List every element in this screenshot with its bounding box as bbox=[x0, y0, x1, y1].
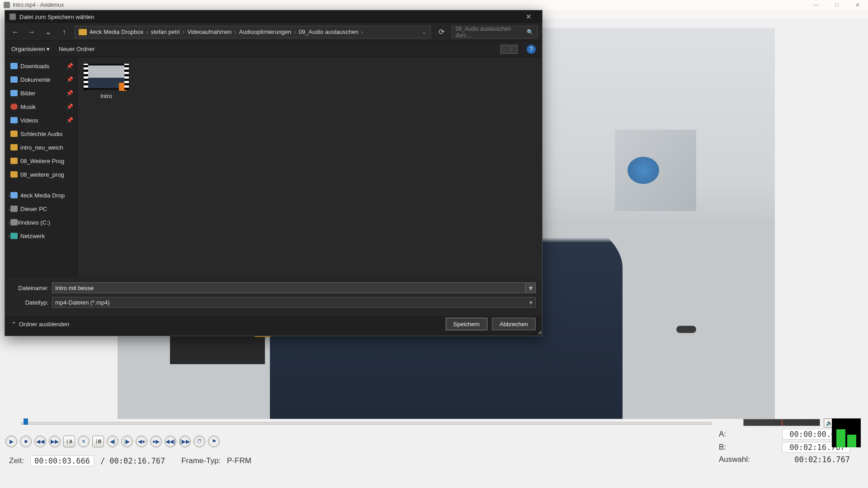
file-area[interactable]: Intro bbox=[77, 57, 542, 278]
sidebar-item[interactable]: intro_neu_weich bbox=[5, 141, 77, 154]
sidebar-item-label: intro_neu_weich bbox=[20, 144, 63, 151]
app-icon bbox=[4, 2, 10, 8]
back-button[interactable]: ← bbox=[9, 26, 21, 38]
filename-dropdown[interactable]: ▾ bbox=[526, 282, 536, 293]
view-mode-button[interactable] bbox=[500, 45, 510, 54]
breadcrumb-seg[interactable]: Audiooptimierungen bbox=[239, 28, 296, 35]
sidebar-item-label: 08_weitere_prog bbox=[20, 171, 64, 178]
breadcrumb[interactable]: 4eck Media Dropbox stefan petri Videoauf… bbox=[75, 26, 431, 38]
hide-folders-toggle[interactable]: ⌃ Ordner ausblenden bbox=[11, 321, 69, 328]
go-marker-button[interactable]: ⚑ bbox=[208, 436, 220, 447]
chevron-up-icon: ⌃ bbox=[11, 321, 16, 328]
sidebar-item[interactable]: 08_Weitere Prog bbox=[5, 154, 77, 168]
prev-frame-button[interactable]: ◀◀ bbox=[34, 436, 46, 447]
search-placeholder: 09_Audio austauschen durc… bbox=[456, 26, 527, 38]
mark-a-button[interactable]: ┤A bbox=[63, 436, 75, 447]
next-key-button[interactable]: |▶ bbox=[121, 436, 133, 447]
sidebar-item-label: Dokumente bbox=[20, 76, 50, 83]
dialog-sidebar: Downloads📌Dokumente📌Bilder📌Musik📌Videos📌… bbox=[5, 57, 77, 278]
folder-icon bbox=[79, 29, 87, 35]
sidebar-item-label: Videos bbox=[20, 117, 38, 124]
breadcrumb-seg[interactable]: stefan petri bbox=[151, 28, 185, 35]
sidebar-item-label: Netzwerk bbox=[20, 233, 45, 239]
filename-input[interactable] bbox=[52, 282, 526, 293]
file-name: Intro bbox=[84, 93, 129, 99]
sidebar-item[interactable]: Schlechte Audio bbox=[5, 127, 77, 141]
folder-icon bbox=[10, 131, 18, 137]
drive-icon bbox=[10, 192, 18, 198]
delete-button[interactable]: ✕ bbox=[78, 436, 90, 447]
sidebar-tree-item[interactable]: ⌄Dieser PC bbox=[5, 202, 77, 216]
sidebar-item[interactable]: Dokumente📌 bbox=[5, 73, 77, 86]
recent-button[interactable]: ⌄ bbox=[42, 26, 54, 38]
forward-button[interactable]: → bbox=[26, 26, 38, 38]
breadcrumb-dropdown-icon[interactable]: ⌄ bbox=[422, 28, 427, 35]
breadcrumb-seg[interactable]: 4eck Media Dropbox bbox=[90, 28, 148, 35]
timeline-playhead[interactable] bbox=[24, 418, 28, 425]
prev-cut-button[interactable]: ◀● bbox=[136, 436, 147, 447]
pin-icon: 📌 bbox=[66, 63, 73, 69]
play-button[interactable]: ▶ bbox=[5, 436, 17, 447]
folder-icon bbox=[10, 90, 18, 96]
up-button[interactable]: ↑ bbox=[58, 26, 70, 38]
timeline-track[interactable] bbox=[21, 422, 712, 425]
new-folder-button[interactable]: Neuer Ordner bbox=[59, 46, 94, 52]
sidebar-item[interactable]: Bilder📌 bbox=[5, 86, 77, 100]
file-item[interactable]: Intro bbox=[84, 64, 129, 99]
resize-grip[interactable]: ◢ bbox=[538, 329, 541, 335]
dialog-title: Datei zum Speichern wählen bbox=[19, 14, 94, 20]
prev-black-button[interactable]: ◀◀| bbox=[165, 436, 176, 447]
organize-button[interactable]: Organisieren ▾ bbox=[11, 46, 50, 52]
maximize-button[interactable]: □ bbox=[826, 0, 847, 10]
close-button[interactable]: ✕ bbox=[847, 0, 868, 10]
search-input[interactable]: 09_Audio austauschen durc… 🔍 bbox=[452, 26, 538, 38]
timeline-row: 🔈 bbox=[7, 420, 861, 429]
filetype-select[interactable]: mp4-Dateien (*.mp4) bbox=[52, 297, 536, 308]
refresh-button[interactable]: ⟳ bbox=[435, 26, 447, 38]
save-button[interactable]: Speichern bbox=[446, 318, 488, 330]
breadcrumb-seg[interactable]: Videoaufnahmen bbox=[187, 28, 236, 35]
sidebar-item-label: Windows (C:) bbox=[15, 219, 50, 226]
sidebar-tree-item[interactable]: ›Netzwerk bbox=[5, 229, 77, 243]
prev-key-button[interactable]: ◀| bbox=[107, 436, 118, 447]
b-label: B: bbox=[719, 443, 726, 452]
folder-icon bbox=[10, 76, 18, 83]
vu-meter bbox=[743, 419, 820, 426]
folder-icon bbox=[10, 144, 18, 150]
dialog-fields: Dateiname: ▾ Dateityp: mp4-Dateien (*.mp… bbox=[5, 278, 542, 316]
time-value[interactable]: 00:00:03.666 bbox=[30, 455, 94, 466]
next-black-button[interactable]: |▶▶ bbox=[179, 436, 191, 447]
folder-icon bbox=[10, 103, 18, 110]
mark-b-button[interactable]: ├B bbox=[92, 436, 104, 447]
minimize-button[interactable]: — bbox=[806, 0, 826, 10]
next-cut-button[interactable]: ●▶ bbox=[150, 436, 162, 447]
time-label: Zeit: bbox=[9, 456, 24, 465]
search-icon: 🔍 bbox=[527, 29, 533, 35]
filename-label: Dateiname: bbox=[11, 285, 52, 291]
sidebar-item-label: Schlechte Audio bbox=[20, 131, 62, 137]
stop-button[interactable]: ■ bbox=[20, 436, 32, 447]
main-titlebar: Intro.mp4 - Avidemux — □ ✕ bbox=[0, 0, 868, 10]
sidebar-item[interactable]: Downloads📌 bbox=[5, 59, 77, 73]
dialog-close-button[interactable]: ✕ bbox=[519, 13, 538, 21]
sidebar-tree-item[interactable]: ›4eck Media Drop bbox=[5, 188, 77, 202]
folder-icon bbox=[10, 63, 18, 69]
frame-type-label: Frame-Typ: bbox=[181, 456, 221, 465]
help-button[interactable]: ? bbox=[527, 45, 536, 54]
sidebar-item[interactable]: Musik📌 bbox=[5, 100, 77, 113]
dialog-titlebar[interactable]: Datei zum Speichern wählen ✕ bbox=[5, 10, 542, 23]
drive-icon bbox=[10, 233, 18, 239]
view-mode-dropdown[interactable] bbox=[511, 45, 518, 54]
breadcrumb-seg[interactable]: 09_Audio austauschen bbox=[299, 28, 363, 35]
sidebar-item[interactable]: Videos📌 bbox=[5, 113, 77, 127]
cancel-button[interactable]: Abbrechen bbox=[492, 318, 536, 330]
next-frame-button[interactable]: ▶▶ bbox=[49, 436, 61, 447]
go-time-button[interactable]: ⏱ bbox=[193, 436, 205, 447]
sel-label: Auswahl: bbox=[719, 455, 750, 464]
sidebar-item[interactable]: 08_weitere_prog bbox=[5, 168, 77, 181]
drive-icon bbox=[10, 206, 18, 212]
sidebar-tree-item[interactable]: ›Windows (C:) bbox=[5, 216, 77, 229]
dialog-nav: ← → ⌄ ↑ 4eck Media Dropbox stefan petri … bbox=[5, 23, 542, 41]
pin-icon: 📌 bbox=[66, 117, 73, 123]
pin-icon: 📌 bbox=[66, 76, 73, 83]
